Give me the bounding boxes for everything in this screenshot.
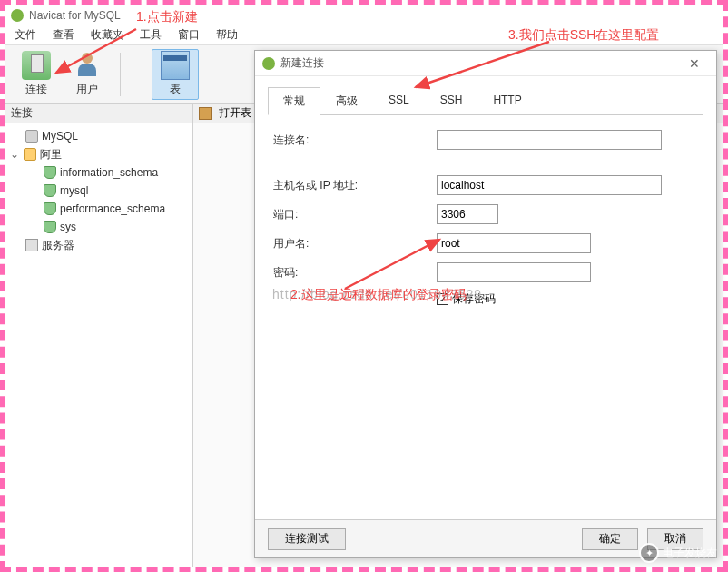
user-icon — [73, 51, 102, 80]
save-password-label: 保存密码 — [452, 291, 496, 307]
host-label: 主机名或 IP 地址: — [273, 178, 437, 193]
save-password-checkbox[interactable]: ✓ — [437, 293, 448, 305]
schema-icon — [44, 221, 56, 233]
port-input[interactable] — [437, 204, 498, 224]
db-open-icon — [24, 148, 36, 161]
title-bar: Navicat for MySQL — [5, 5, 723, 25]
tab-advanced[interactable]: 高级 — [320, 87, 373, 115]
connection-tree[interactable]: MySQL ⌄ 阿里 information_schema mysql — [5, 123, 192, 567]
menu-tools[interactable]: 工具 — [140, 27, 162, 43]
connection-label: 连接 — [25, 82, 47, 97]
tab-ssh[interactable]: SSH — [425, 87, 478, 115]
brand-circle-icon: ✦ — [639, 543, 659, 563]
brand-text: 电子发烧友 — [663, 546, 717, 561]
user-label: 用户名: — [273, 236, 437, 251]
menu-file[interactable]: 文件 — [15, 27, 36, 43]
user-label: 用户 — [76, 82, 98, 97]
dialog-title: 新建连接 — [280, 55, 680, 71]
user-button[interactable]: 用户 — [64, 49, 111, 100]
tree-item-schema[interactable]: performance_schema — [5, 200, 192, 218]
menu-window[interactable]: 窗口 — [178, 27, 200, 43]
close-button[interactable]: ✕ — [680, 54, 709, 73]
password-input[interactable] — [437, 262, 591, 282]
window-title: Navicat for MySQL — [29, 9, 121, 22]
tree-item-schema[interactable]: information_schema — [5, 163, 192, 182]
ok-button[interactable]: 确定 — [582, 528, 638, 550]
menu-help[interactable]: 帮助 — [216, 27, 238, 43]
menu-favorites[interactable]: 收藏夹 — [91, 27, 123, 43]
tree-item-schema[interactable]: sys — [5, 218, 192, 236]
expand-toggle[interactable]: ⌄ — [9, 148, 20, 161]
port-label: 端口: — [273, 207, 437, 222]
host-input[interactable] — [437, 175, 662, 195]
app-icon — [11, 9, 24, 22]
server-icon — [25, 239, 38, 251]
tab-general[interactable]: 常规 — [268, 87, 320, 115]
menu-bar: 文件 查看 收藏夹 工具 窗口 帮助 — [5, 25, 723, 45]
schema-icon — [44, 202, 56, 215]
dialog-icon — [262, 57, 275, 70]
open-table-label[interactable]: 打开表 — [219, 105, 251, 121]
open-table-icon — [199, 107, 212, 120]
tree-item-mysql[interactable]: MySQL — [5, 127, 192, 145]
table-label: 表 — [170, 82, 181, 97]
tree-item-schema[interactable]: mysql — [5, 182, 192, 200]
table-icon — [161, 51, 190, 80]
new-connection-dialog: 新建连接 ✕ 常规 高级 SSL SSH HTTP 连接名: 主机名或 IP 地… — [254, 50, 717, 558]
brand-logo: ✦ 电子发烧友 — [639, 543, 717, 563]
db-icon — [25, 130, 38, 143]
sidebar-header: 连接 — [5, 104, 192, 123]
test-connection-button[interactable]: 连接测试 — [268, 528, 346, 550]
schema-icon — [44, 166, 56, 179]
menu-view[interactable]: 查看 — [53, 27, 74, 43]
connection-button[interactable]: 连接 — [13, 49, 60, 100]
tab-ssl[interactable]: SSL — [373, 87, 425, 115]
tab-http[interactable]: HTTP — [477, 87, 536, 115]
tree-item-server[interactable]: 服务器 — [5, 236, 192, 254]
table-button[interactable]: 表 — [152, 49, 199, 100]
tree-item-ali[interactable]: ⌄ 阿里 — [5, 145, 192, 163]
connection-name-label: 连接名: — [273, 133, 437, 148]
dialog-titlebar[interactable]: 新建连接 ✕ — [255, 51, 716, 76]
separator — [120, 53, 121, 96]
connection-name-input[interactable] — [437, 130, 662, 150]
dialog-tabs: 常规 高级 SSL SSH HTTP — [268, 87, 703, 115]
sidebar: 连接 MySQL ⌄ 阿里 information_schema — [5, 104, 193, 567]
connection-icon — [22, 51, 51, 80]
schema-icon — [44, 184, 56, 197]
password-label: 密码: — [273, 265, 437, 281]
user-input[interactable] — [437, 233, 591, 253]
